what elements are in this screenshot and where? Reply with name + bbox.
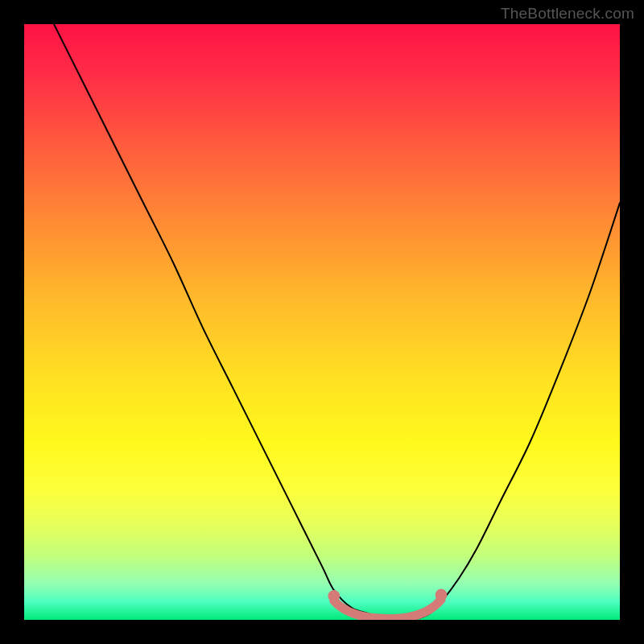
highlight-dot	[436, 589, 448, 601]
plot-area	[24, 24, 620, 620]
bottleneck-curve	[54, 24, 620, 620]
curve-svg	[24, 24, 620, 620]
highlight-arc	[334, 600, 441, 619]
highlight-dots	[328, 589, 447, 602]
highlight-dot	[328, 590, 340, 602]
chart-frame: TheBottleneck.com	[0, 0, 644, 644]
watermark-text: TheBottleneck.com	[501, 5, 634, 23]
